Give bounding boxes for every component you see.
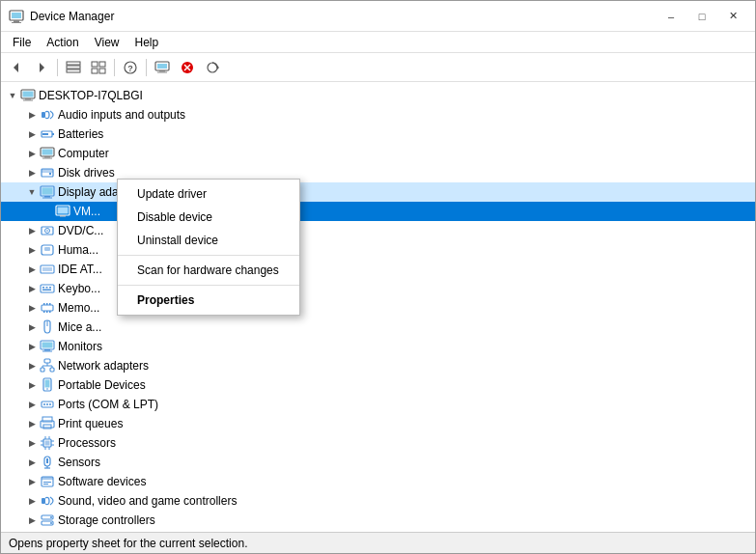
svg-rect-25 (23, 92, 34, 97)
tree-display[interactable]: ▼ Display adapters (1, 182, 755, 202)
tree-storage[interactable]: ▶ Storage controllers (1, 511, 755, 530)
tree-print[interactable]: ▶ Print queues (1, 414, 755, 433)
audio-expander[interactable]: ▶ (24, 107, 40, 123)
batteries-label: Batteries (58, 127, 103, 141)
menu-bar: File Action View Help (1, 32, 755, 53)
portable-icon (40, 377, 55, 393)
toolbar-separator-2 (114, 59, 115, 76)
svg-rect-16 (157, 64, 167, 69)
tree-monitors[interactable]: ▶ Monitors (1, 337, 755, 356)
portable-label: Portable Devices (58, 378, 146, 392)
help-button[interactable]: ? (119, 57, 142, 78)
list-view-button[interactable] (62, 57, 85, 78)
context-scan-hardware[interactable]: Scan for hardware changes (118, 259, 299, 282)
tree-dvd[interactable]: ▶ DVD/C... (1, 221, 755, 240)
svg-point-48 (46, 230, 48, 232)
device-tree[interactable]: ▼ DESKTOP-I7QLBGI ▶ (1, 82, 755, 532)
tree-human[interactable]: ▶ Huma... (1, 240, 755, 260)
tree-sound[interactable]: ▶ Sound, video and game controllers (1, 491, 755, 511)
batteries-expander[interactable]: ▶ (24, 126, 40, 142)
keyboard-expander[interactable]: ▶ (24, 281, 40, 296)
tree-disk[interactable]: ▶ Disk drives (1, 163, 755, 182)
ide-expander[interactable]: ▶ (24, 262, 40, 277)
print-label: Print queues (58, 417, 123, 430)
memory-expander[interactable]: ▶ (24, 300, 40, 316)
svg-rect-8 (67, 69, 80, 72)
tree-ports[interactable]: ▶ Ports (COM & LPT) (1, 395, 755, 414)
svg-rect-72 (50, 368, 54, 372)
dvd-expander[interactable]: ▶ (24, 223, 40, 238)
monitors-expander[interactable]: ▶ (24, 339, 40, 354)
tree-batteries[interactable]: ▶ Batteries (1, 125, 755, 144)
display-icon (40, 184, 55, 200)
sensor-label: Sensors (58, 456, 100, 469)
memory-icon (40, 300, 55, 316)
svg-rect-27 (23, 100, 33, 101)
tree-computer[interactable]: ▶ Computer (1, 144, 755, 163)
tree-audio[interactable]: ▶ Audio inputs and outputs (1, 105, 755, 125)
svg-rect-105 (42, 498, 45, 504)
ports-expander[interactable]: ▶ (24, 397, 40, 412)
menu-file[interactable]: File (5, 34, 39, 50)
disk-expander[interactable]: ▶ (24, 165, 40, 180)
menu-action[interactable]: Action (39, 34, 86, 50)
computer-button[interactable] (151, 57, 174, 78)
svg-rect-59 (43, 303, 45, 305)
back-button[interactable] (5, 57, 28, 78)
sensor-expander[interactable]: ▶ (24, 455, 40, 470)
svg-rect-54 (42, 287, 44, 289)
remove-button[interactable] (176, 57, 199, 78)
tree-root[interactable]: ▼ DESKTOP-I7QLBGI (1, 86, 755, 105)
computer-expander[interactable]: ▶ (24, 146, 40, 161)
tree-software[interactable]: ▶ Software devices (1, 472, 755, 491)
tree-ide[interactable]: ▶ IDE AT... (1, 260, 755, 279)
context-disable-device[interactable]: Disable device (118, 206, 299, 229)
tree-keyboard[interactable]: ▶ Keybo... (1, 279, 755, 298)
scan-button[interactable] (201, 57, 224, 78)
tree-vm[interactable]: VM... (1, 202, 755, 221)
context-update-driver[interactable]: Update driver (118, 182, 299, 206)
tree-processor[interactable]: ▶ Processors (1, 433, 755, 453)
processor-expander[interactable]: ▶ (24, 435, 40, 451)
human-label: Huma... (58, 243, 98, 257)
tree-mice[interactable]: ▶ Mice a... (1, 318, 755, 337)
storage-expander[interactable]: ▶ (24, 512, 40, 528)
svg-rect-1 (12, 13, 21, 18)
context-uninstall-device[interactable]: Uninstall device (118, 229, 299, 252)
tree-network[interactable]: ▶ Network adapters (1, 356, 755, 375)
menu-view[interactable]: View (87, 34, 127, 50)
svg-rect-55 (46, 287, 48, 289)
minimize-button[interactable]: – (657, 7, 686, 26)
mice-expander[interactable]: ▶ (24, 319, 40, 335)
display-expander[interactable]: ▼ (24, 184, 40, 200)
svg-rect-35 (42, 158, 52, 159)
title-bar: Device Manager – □ ✕ (1, 1, 755, 32)
svg-rect-12 (99, 69, 105, 73)
dvd-icon (40, 223, 55, 238)
svg-rect-45 (60, 215, 66, 217)
context-properties[interactable]: Properties (118, 289, 299, 312)
root-expander[interactable]: ▼ (5, 88, 20, 103)
print-expander[interactable]: ▶ (24, 416, 40, 431)
disk-icon (40, 165, 55, 180)
software-expander[interactable]: ▶ (24, 474, 40, 489)
network-expander[interactable]: ▶ (24, 358, 40, 374)
window-icon (9, 9, 24, 24)
batteries-icon (40, 126, 55, 142)
tree-memory[interactable]: ▶ Memo... (1, 298, 755, 318)
tree-sensor[interactable]: ▶ Sensors (1, 453, 755, 472)
forward-button[interactable] (30, 57, 53, 78)
portable-expander[interactable]: ▶ (24, 377, 40, 393)
menu-help[interactable]: Help (127, 34, 167, 50)
svg-rect-103 (43, 482, 51, 483)
sound-expander[interactable]: ▶ (24, 493, 40, 509)
svg-rect-88 (45, 441, 50, 446)
status-bar: Opens property sheet for the current sel… (1, 532, 755, 553)
human-expander[interactable]: ▶ (24, 242, 40, 258)
tree-system[interactable]: ▶ System devices (1, 530, 755, 532)
toolbar-separator-3 (146, 59, 147, 76)
detail-view-button[interactable] (87, 57, 110, 78)
tree-portable[interactable]: ▶ Portable Devices (1, 375, 755, 395)
close-button[interactable]: ✕ (718, 7, 747, 26)
maximize-button[interactable]: □ (687, 7, 716, 26)
